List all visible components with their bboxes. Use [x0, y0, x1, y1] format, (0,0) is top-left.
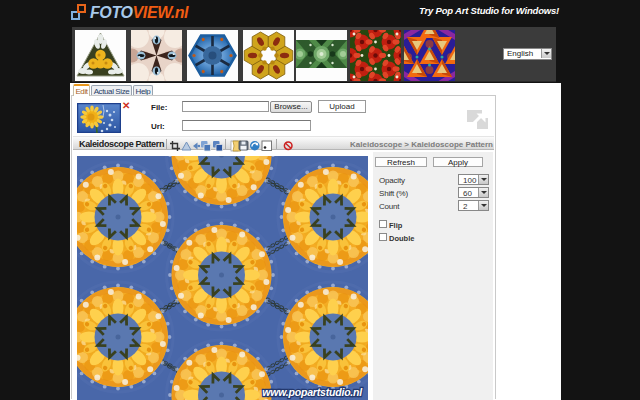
svg-text:www.popartstudio.nl: www.popartstudio.nl: [262, 386, 363, 398]
